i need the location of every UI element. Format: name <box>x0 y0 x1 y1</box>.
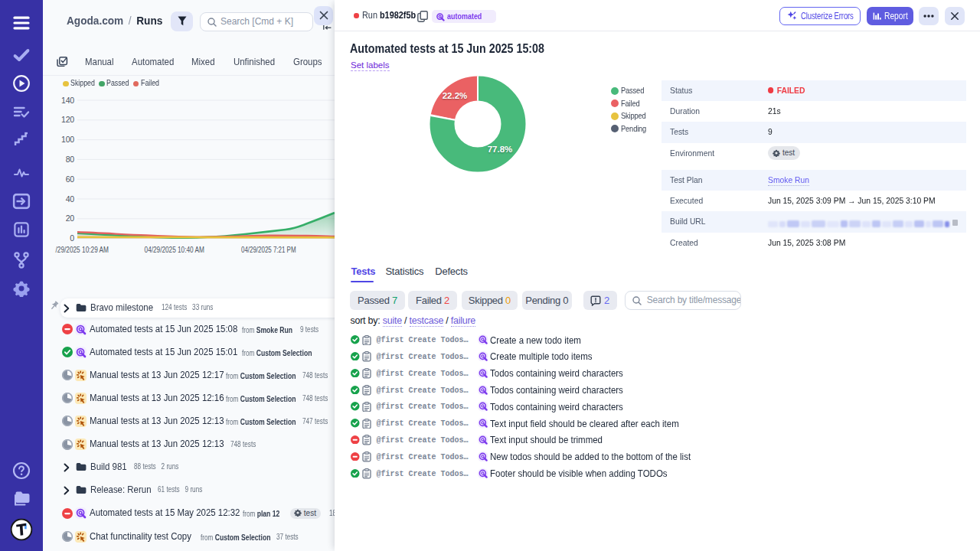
svg-text:100: 100 <box>61 135 74 144</box>
svg-text:140: 140 <box>61 96 74 105</box>
svg-text:04/29/2025 10:40 AM: 04/29/2025 10:40 AM <box>145 245 204 254</box>
svg-text:20: 20 <box>66 214 75 223</box>
svg-text:/29/2025 10:29 AM: /29/2025 10:29 AM <box>56 245 109 254</box>
svg-text:80: 80 <box>66 155 75 164</box>
svg-text:04/29/2025 7:21 PM: 04/29/2025 7:21 PM <box>241 245 296 254</box>
svg-text:40: 40 <box>66 194 75 204</box>
svg-text:22.2%: 22.2% <box>443 90 468 99</box>
svg-text:0: 0 <box>70 233 74 243</box>
svg-text:60: 60 <box>66 174 75 184</box>
svg-text:120: 120 <box>61 115 74 124</box>
svg-text:77.8%: 77.8% <box>488 144 513 153</box>
